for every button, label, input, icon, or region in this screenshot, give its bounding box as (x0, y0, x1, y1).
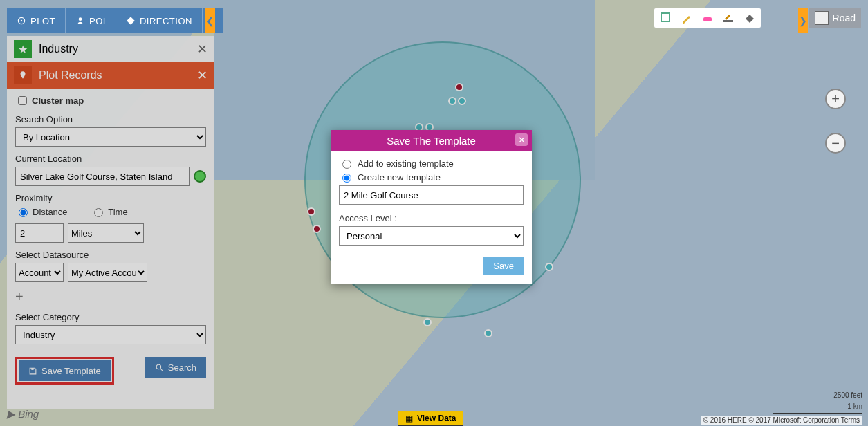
edit-tool-button[interactable] (721, 10, 736, 26)
star-icon: ★ (14, 40, 32, 58)
save-icon (28, 367, 37, 376)
chevron-right-icon: ❯ (799, 15, 807, 26)
target-icon (17, 16, 26, 26)
modal-body: Add to existing template Create new temp… (331, 151, 532, 284)
pencil-icon (681, 12, 693, 24)
edit-icon (722, 12, 735, 24)
search-icon (155, 363, 164, 372)
category-select[interactable]: Industry (15, 325, 206, 344)
map-type-button[interactable]: Road (809, 8, 861, 28)
bucket-icon (743, 12, 755, 24)
tab-poi[interactable]: POI (66, 8, 116, 33)
time-radio[interactable]: Time (91, 206, 127, 217)
chevron-left-icon: ❮ (206, 15, 214, 26)
map-type-swatch-icon (815, 11, 829, 25)
search-option-label: Search Option (15, 114, 206, 124)
distance-radio[interactable]: Distance (15, 206, 68, 217)
add-existing-radio[interactable]: Add to existing template (339, 158, 524, 169)
current-location-label: Current Location (15, 154, 206, 164)
access-level-select[interactable]: Personal (339, 226, 524, 246)
map-attribution: © 2016 HERE © 2017 Microsoft Corporation… (701, 416, 862, 425)
map-draw-toolbar (654, 8, 761, 28)
datasource-label: Select Datasource (15, 250, 206, 260)
svg-point-2 (79, 17, 82, 21)
side-panel: ★ Industry ✕ Plot Records ✕ Cluster map … (7, 36, 214, 409)
add-datasource-button[interactable]: + (15, 289, 206, 305)
direction-icon (126, 16, 136, 26)
industry-header: ★ Industry ✕ (7, 36, 214, 62)
cluster-map-label: Cluster map (32, 95, 84, 106)
tab-label: POI (89, 16, 106, 26)
plot-records-body: Cluster map Search Option By Location Cu… (7, 89, 214, 390)
bing-logo: ▶ Bing (7, 408, 39, 420)
shape-tool-button[interactable] (658, 10, 674, 26)
tab-direction[interactable]: DIRECTION (116, 8, 203, 33)
eraser-tool-button[interactable] (700, 10, 715, 26)
cluster-map-checkbox[interactable]: Cluster map (15, 94, 84, 107)
save-template-modal: Save The Template ✕ Add to existing temp… (331, 130, 532, 284)
zoom-out-button[interactable]: − (825, 133, 846, 154)
access-level-label: Access Level : (339, 213, 524, 223)
plot-records-header: Plot Records ✕ (7, 62, 214, 89)
svg-rect-3 (31, 368, 33, 370)
modal-save-button[interactable]: Save (483, 257, 524, 275)
industry-title: Industry (39, 43, 78, 55)
view-data-button[interactable]: ▦ View Data (398, 411, 463, 426)
map-scale: 2500 feet 1 km (773, 391, 862, 414)
proximity-label: Proximity (15, 193, 206, 203)
poi-icon (75, 16, 85, 26)
location-marker-icon[interactable] (194, 170, 206, 183)
modal-close-button[interactable]: ✕ (515, 133, 528, 146)
distance-unit-select[interactable]: Miles (68, 223, 144, 243)
save-template-button[interactable]: Save Template (19, 360, 111, 381)
svg-point-4 (156, 364, 161, 369)
eraser-icon (701, 12, 714, 24)
expand-right-panel-button[interactable]: ❯ (798, 8, 808, 33)
svg-rect-7 (723, 20, 733, 22)
cluster-map-input[interactable] (18, 96, 27, 105)
plus-icon: + (831, 91, 840, 107)
distance-value-input[interactable] (15, 223, 64, 243)
polygon-icon (660, 12, 672, 24)
modal-title: Save The Template (387, 135, 476, 147)
tab-label: DIRECTION (140, 16, 192, 26)
minus-icon: − (831, 136, 840, 151)
search-button[interactable]: Search (145, 357, 206, 378)
datasource-view-select[interactable]: My Active Accounts (68, 263, 147, 282)
template-name-input[interactable] (339, 185, 524, 205)
modal-header: Save The Template ✕ (331, 130, 532, 151)
category-label: Select Category (15, 312, 206, 322)
svg-rect-5 (661, 13, 670, 21)
top-tab-bar: PLOT POI DIRECTION ⋮ (7, 8, 223, 33)
plot-records-title: Plot Records (39, 69, 102, 82)
pencil-tool-button[interactable] (679, 10, 694, 26)
svg-point-1 (21, 20, 22, 21)
current-location-input[interactable] (15, 167, 190, 186)
zoom-in-button[interactable]: + (825, 89, 846, 109)
map-type-label: Road (833, 12, 856, 24)
search-option-select[interactable]: By Location (15, 127, 206, 147)
fill-tool-button[interactable] (741, 10, 757, 26)
tab-label: PLOT (30, 16, 55, 26)
svg-rect-6 (703, 17, 712, 21)
pin-icon (14, 66, 32, 84)
collapse-panel-button[interactable]: ❮ (205, 8, 215, 33)
close-icon: ✕ (518, 135, 526, 145)
plot-records-close-button[interactable]: ✕ (197, 68, 207, 83)
table-icon: ▦ (405, 414, 413, 423)
industry-close-button[interactable]: ✕ (197, 41, 207, 57)
create-new-radio[interactable]: Create new template (339, 172, 524, 183)
datasource-entity-select[interactable]: Account (15, 263, 64, 282)
tab-plot[interactable]: PLOT (7, 8, 66, 33)
